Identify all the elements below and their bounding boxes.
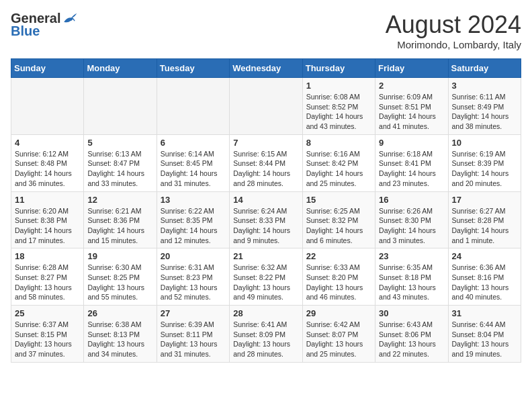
day-number: 1 xyxy=(306,81,371,91)
day-info: Sunrise: 6:21 AM Sunset: 8:36 PM Dayligh… xyxy=(87,206,152,246)
day-number: 11 xyxy=(15,195,80,205)
calendar-week-row: 25Sunrise: 6:37 AM Sunset: 8:15 PM Dayli… xyxy=(11,306,521,363)
day-info: Sunrise: 6:19 AM Sunset: 8:39 PM Dayligh… xyxy=(452,149,517,189)
day-number: 16 xyxy=(379,195,444,205)
day-number: 21 xyxy=(233,251,298,261)
day-number: 24 xyxy=(452,251,517,261)
day-number: 20 xyxy=(161,251,226,261)
day-info: Sunrise: 6:14 AM Sunset: 8:45 PM Dayligh… xyxy=(161,149,226,189)
day-number: 8 xyxy=(306,138,371,148)
calendar-day-header: Thursday xyxy=(302,59,375,78)
day-number: 26 xyxy=(87,308,152,318)
location: Morimondo, Lombardy, Italy xyxy=(386,39,521,50)
calendar-cell: 29Sunrise: 6:42 AM Sunset: 8:07 PM Dayli… xyxy=(302,306,375,363)
day-number: 7 xyxy=(233,138,298,148)
day-info: Sunrise: 6:26 AM Sunset: 8:30 PM Dayligh… xyxy=(379,206,444,246)
calendar-header-row: SundayMondayTuesdayWednesdayThursdayFrid… xyxy=(11,59,521,78)
day-info: Sunrise: 6:42 AM Sunset: 8:07 PM Dayligh… xyxy=(306,320,371,359)
day-number: 9 xyxy=(379,138,444,148)
day-number: 13 xyxy=(161,195,226,205)
calendar-cell: 19Sunrise: 6:30 AM Sunset: 8:25 PM Dayli… xyxy=(84,248,157,306)
calendar-cell: 4Sunrise: 6:12 AM Sunset: 8:48 PM Daylig… xyxy=(11,134,84,191)
title-area: August 2024 Morimondo, Lombardy, Italy xyxy=(386,11,521,50)
calendar-week-row: 1Sunrise: 6:08 AM Sunset: 8:52 PM Daylig… xyxy=(11,78,521,135)
day-info: Sunrise: 6:33 AM Sunset: 8:20 PM Dayligh… xyxy=(306,263,371,302)
logo-blue-text: Blue xyxy=(11,24,40,39)
calendar-cell xyxy=(157,78,229,135)
day-number: 3 xyxy=(452,81,517,91)
calendar-cell: 22Sunrise: 6:33 AM Sunset: 8:20 PM Dayli… xyxy=(302,248,375,306)
day-number: 31 xyxy=(452,308,517,318)
day-number: 23 xyxy=(379,251,444,261)
calendar-cell: 10Sunrise: 6:19 AM Sunset: 8:39 PM Dayli… xyxy=(448,134,521,191)
calendar-week-row: 18Sunrise: 6:28 AM Sunset: 8:27 PM Dayli… xyxy=(11,248,521,306)
calendar-week-row: 11Sunrise: 6:20 AM Sunset: 8:38 PM Dayli… xyxy=(11,191,521,248)
calendar-cell xyxy=(84,78,157,135)
calendar-cell: 21Sunrise: 6:32 AM Sunset: 8:22 PM Dayli… xyxy=(230,248,302,306)
day-number: 14 xyxy=(233,195,298,205)
calendar-day-header: Tuesday xyxy=(157,59,229,78)
calendar-day-header: Friday xyxy=(375,59,448,78)
day-number: 12 xyxy=(87,195,152,205)
day-number: 4 xyxy=(15,138,80,148)
day-number: 30 xyxy=(379,308,444,318)
calendar-cell: 26Sunrise: 6:38 AM Sunset: 8:13 PM Dayli… xyxy=(84,306,157,363)
day-info: Sunrise: 6:09 AM Sunset: 8:51 PM Dayligh… xyxy=(379,92,444,132)
day-number: 17 xyxy=(452,195,517,205)
calendar-cell: 8Sunrise: 6:16 AM Sunset: 8:42 PM Daylig… xyxy=(302,134,375,191)
day-number: 27 xyxy=(161,308,226,318)
calendar-day-header: Monday xyxy=(84,59,157,78)
calendar-cell: 16Sunrise: 6:26 AM Sunset: 8:30 PM Dayli… xyxy=(375,191,448,248)
calendar-cell: 5Sunrise: 6:13 AM Sunset: 8:47 PM Daylig… xyxy=(84,134,157,191)
day-number: 15 xyxy=(306,195,371,205)
day-info: Sunrise: 6:15 AM Sunset: 8:44 PM Dayligh… xyxy=(233,149,298,189)
calendar-cell: 14Sunrise: 6:24 AM Sunset: 8:33 PM Dayli… xyxy=(230,191,302,248)
calendar-cell: 24Sunrise: 6:36 AM Sunset: 8:16 PM Dayli… xyxy=(448,248,521,306)
day-info: Sunrise: 6:16 AM Sunset: 8:42 PM Dayligh… xyxy=(306,149,371,189)
calendar-day-header: Wednesday xyxy=(230,59,302,78)
calendar-cell: 17Sunrise: 6:27 AM Sunset: 8:28 PM Dayli… xyxy=(448,191,521,248)
calendar-cell: 12Sunrise: 6:21 AM Sunset: 8:36 PM Dayli… xyxy=(84,191,157,248)
day-info: Sunrise: 6:25 AM Sunset: 8:32 PM Dayligh… xyxy=(306,206,371,246)
day-number: 2 xyxy=(379,81,444,91)
day-info: Sunrise: 6:44 AM Sunset: 8:04 PM Dayligh… xyxy=(452,320,517,359)
calendar-week-row: 4Sunrise: 6:12 AM Sunset: 8:48 PM Daylig… xyxy=(11,134,521,191)
calendar-cell: 23Sunrise: 6:35 AM Sunset: 8:18 PM Dayli… xyxy=(375,248,448,306)
day-info: Sunrise: 6:41 AM Sunset: 8:09 PM Dayligh… xyxy=(233,320,298,359)
day-info: Sunrise: 6:43 AM Sunset: 8:06 PM Dayligh… xyxy=(379,320,444,359)
day-info: Sunrise: 6:27 AM Sunset: 8:28 PM Dayligh… xyxy=(452,206,517,246)
day-info: Sunrise: 6:24 AM Sunset: 8:33 PM Dayligh… xyxy=(233,206,298,246)
day-info: Sunrise: 6:18 AM Sunset: 8:41 PM Dayligh… xyxy=(379,149,444,189)
day-info: Sunrise: 6:36 AM Sunset: 8:16 PM Dayligh… xyxy=(452,263,517,302)
day-number: 6 xyxy=(161,138,226,148)
day-number: 28 xyxy=(233,308,298,318)
calendar-cell: 25Sunrise: 6:37 AM Sunset: 8:15 PM Dayli… xyxy=(11,306,84,363)
day-info: Sunrise: 6:37 AM Sunset: 8:15 PM Dayligh… xyxy=(15,320,80,359)
day-info: Sunrise: 6:38 AM Sunset: 8:13 PM Dayligh… xyxy=(87,320,152,359)
calendar-table: SundayMondayTuesdayWednesdayThursdayFrid… xyxy=(11,58,521,363)
calendar-cell: 7Sunrise: 6:15 AM Sunset: 8:44 PM Daylig… xyxy=(230,134,302,191)
day-info: Sunrise: 6:20 AM Sunset: 8:38 PM Dayligh… xyxy=(15,206,80,246)
day-number: 19 xyxy=(87,251,152,261)
day-info: Sunrise: 6:08 AM Sunset: 8:52 PM Dayligh… xyxy=(306,92,371,132)
day-info: Sunrise: 6:22 AM Sunset: 8:35 PM Dayligh… xyxy=(161,206,226,246)
calendar-cell xyxy=(11,78,84,135)
calendar-cell: 6Sunrise: 6:14 AM Sunset: 8:45 PM Daylig… xyxy=(157,134,229,191)
calendar-cell: 3Sunrise: 6:11 AM Sunset: 8:49 PM Daylig… xyxy=(448,78,521,135)
day-info: Sunrise: 6:13 AM Sunset: 8:47 PM Dayligh… xyxy=(87,149,152,189)
day-number: 18 xyxy=(15,251,80,261)
page-header: General Blue August 2024 Morimondo, Lomb… xyxy=(11,11,521,50)
calendar-cell: 28Sunrise: 6:41 AM Sunset: 8:09 PM Dayli… xyxy=(230,306,302,363)
day-number: 22 xyxy=(306,251,371,261)
day-number: 25 xyxy=(15,308,80,318)
day-info: Sunrise: 6:28 AM Sunset: 8:27 PM Dayligh… xyxy=(15,263,80,302)
calendar-cell: 20Sunrise: 6:31 AM Sunset: 8:23 PM Dayli… xyxy=(157,248,229,306)
calendar-day-header: Sunday xyxy=(11,59,84,78)
day-info: Sunrise: 6:31 AM Sunset: 8:23 PM Dayligh… xyxy=(161,263,226,302)
day-number: 10 xyxy=(452,138,517,148)
calendar-cell: 1Sunrise: 6:08 AM Sunset: 8:52 PM Daylig… xyxy=(302,78,375,135)
calendar-cell: 30Sunrise: 6:43 AM Sunset: 8:06 PM Dayli… xyxy=(375,306,448,363)
calendar-cell: 27Sunrise: 6:39 AM Sunset: 8:11 PM Dayli… xyxy=(157,306,229,363)
day-info: Sunrise: 6:39 AM Sunset: 8:11 PM Dayligh… xyxy=(161,320,226,359)
calendar-cell: 18Sunrise: 6:28 AM Sunset: 8:27 PM Dayli… xyxy=(11,248,84,306)
